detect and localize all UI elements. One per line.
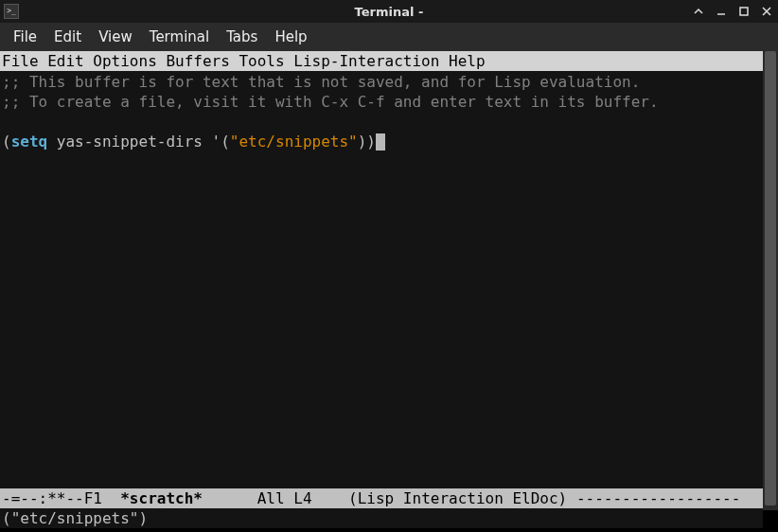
app-icon: >_ bbox=[4, 4, 19, 19]
emacs-buffer[interactable]: ;; This buffer is for text that is not s… bbox=[0, 71, 763, 488]
comment-line-2: ;; To create a file, visit it with C-x C… bbox=[2, 93, 659, 111]
window-controls bbox=[691, 4, 774, 19]
window-maximize-icon[interactable] bbox=[736, 4, 751, 19]
comment-line-1: ;; This buffer is for text that is not s… bbox=[2, 73, 640, 91]
emacs-menubar[interactable]: File Edit Options Buffers Tools Lisp-Int… bbox=[0, 51, 763, 71]
menu-tabs[interactable]: Tabs bbox=[219, 25, 265, 49]
code-keyword-setq: setq bbox=[11, 133, 48, 151]
window-shade-icon[interactable] bbox=[691, 4, 706, 19]
modeline-buffer-name: *scratch* bbox=[120, 489, 203, 507]
cursor bbox=[376, 133, 385, 151]
emacs-minibuffer[interactable]: ("etc/snippets") bbox=[0, 508, 763, 528]
menu-file[interactable]: File bbox=[6, 25, 44, 49]
modeline-mid: All L4 (Lisp Interaction ElDoc) bbox=[203, 489, 576, 507]
modeline-dashes: ------------------ bbox=[576, 489, 740, 507]
window-title: Terminal - bbox=[355, 5, 424, 19]
terminal-menubar: File Edit View Terminal Tabs Help bbox=[0, 23, 778, 51]
menu-view[interactable]: View bbox=[91, 25, 140, 49]
code-mid: yas-snippet-dirs '( bbox=[47, 133, 230, 151]
menu-terminal[interactable]: Terminal bbox=[142, 25, 217, 49]
code-rparen: )) bbox=[358, 133, 376, 151]
modeline-left: -=--:**--F1 bbox=[2, 489, 120, 507]
scrollbar[interactable] bbox=[763, 51, 778, 510]
window-close-icon[interactable] bbox=[759, 4, 774, 19]
menu-help[interactable]: Help bbox=[267, 25, 314, 49]
svg-rect-1 bbox=[740, 8, 748, 15]
emacs-modeline: -=--:**--F1 *scratch* All L4 (Lisp Inter… bbox=[0, 488, 763, 508]
code-lparen: ( bbox=[2, 133, 11, 151]
window-minimize-icon[interactable] bbox=[714, 4, 729, 19]
menu-edit[interactable]: Edit bbox=[46, 25, 89, 49]
scrollbar-thumb[interactable] bbox=[765, 51, 776, 505]
window-titlebar: >_ Terminal - bbox=[0, 0, 778, 23]
code-string: "etc/snippets" bbox=[230, 133, 358, 151]
